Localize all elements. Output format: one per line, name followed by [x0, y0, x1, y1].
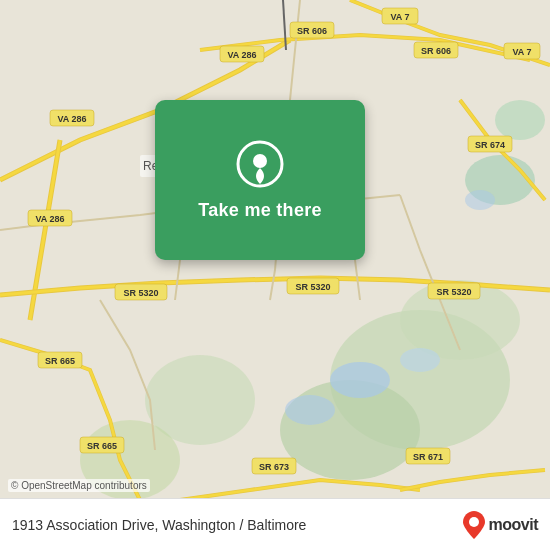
- moovit-pin-icon: [463, 511, 485, 539]
- svg-point-7: [495, 100, 545, 140]
- address-text: 1913 Association Drive, Washington / Bal…: [12, 517, 306, 533]
- moovit-text: moovit: [489, 516, 538, 534]
- take-me-there-button[interactable]: Take me there: [198, 200, 322, 221]
- svg-text:SR 5320: SR 5320: [436, 287, 471, 297]
- svg-text:VA 286: VA 286: [57, 114, 86, 124]
- svg-point-11: [465, 190, 495, 210]
- map-container: Res... VA 7 SR 606 SR 606 VA 7 VA 286 VA…: [0, 0, 550, 550]
- svg-text:SR 665: SR 665: [87, 441, 117, 451]
- svg-text:SR 673: SR 673: [259, 462, 289, 472]
- svg-text:SR 606: SR 606: [421, 46, 451, 56]
- svg-text:SR 5320: SR 5320: [295, 282, 330, 292]
- svg-text:VA 7: VA 7: [390, 12, 409, 22]
- svg-text:SR 665: SR 665: [45, 356, 75, 366]
- map-background: Res... VA 7 SR 606 SR 606 VA 7 VA 286 VA…: [0, 0, 550, 550]
- moovit-logo: moovit: [463, 511, 538, 539]
- svg-text:SR 5320: SR 5320: [123, 288, 158, 298]
- svg-text:VA 286: VA 286: [227, 50, 256, 60]
- svg-text:SR 674: SR 674: [475, 140, 505, 150]
- svg-text:SR 671: SR 671: [413, 452, 443, 462]
- svg-point-9: [285, 395, 335, 425]
- svg-text:VA 286: VA 286: [35, 214, 64, 224]
- svg-text:SR 606: SR 606: [297, 26, 327, 36]
- svg-point-10: [400, 348, 440, 372]
- svg-point-8: [330, 362, 390, 398]
- svg-text:VA 7: VA 7: [512, 47, 531, 57]
- location-pin-icon: [236, 140, 284, 188]
- svg-point-47: [469, 517, 479, 527]
- bottom-bar: 1913 Association Drive, Washington / Bal…: [0, 498, 550, 550]
- location-card[interactable]: Take me there: [155, 100, 365, 260]
- osm-credit: © OpenStreetMap contributors: [8, 479, 150, 492]
- svg-point-46: [253, 154, 267, 168]
